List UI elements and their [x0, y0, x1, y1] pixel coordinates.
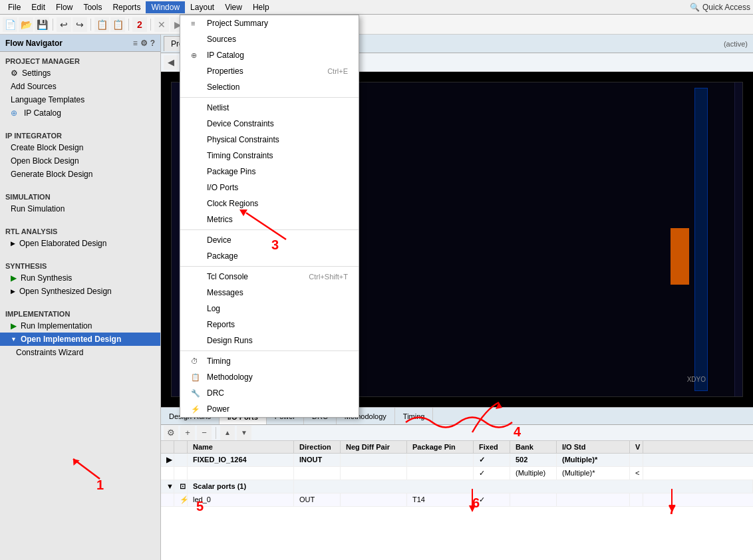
save-btn[interactable]: 💾	[35, 17, 49, 32]
menu-item-log[interactable]: Log	[180, 301, 359, 317]
menu-label-methodology: Methodology	[207, 372, 253, 382]
redo-btn[interactable]: ↪	[73, 17, 87, 32]
menu-edit[interactable]: Edit	[26, 1, 51, 13]
expand-impl-icon: ▼	[11, 336, 17, 343]
section-implementation: IMPLEMENTATION ▶ Run Implementation ▼ Op…	[0, 305, 160, 360]
device-label: XDYO	[687, 376, 706, 383]
fixed-io-fixed: ✓	[474, 454, 510, 466]
menu-item-package-pins[interactable]: Package Pins	[180, 164, 359, 180]
menu-item-reports[interactable]: Reports	[180, 317, 359, 333]
table-scroll-down[interactable]: ▼	[237, 426, 251, 440]
sidebar-item-open-implemented[interactable]: ▼ Open Implemented Design	[0, 333, 160, 346]
menu-label-project-summary: Project Summary	[207, 19, 268, 28]
th-icon	[174, 441, 188, 453]
sidebar-item-generate-block[interactable]: Generate Block Design	[0, 168, 160, 181]
open-btn[interactable]: 📂	[19, 17, 33, 32]
gear-icon: ⚙	[11, 69, 18, 78]
led0-dir: OUT	[294, 493, 341, 506]
menu-help[interactable]: Help	[247, 1, 275, 13]
menu-label-ip-catalog: IP Catalog	[207, 51, 244, 60]
sidebar-item-open-synthesized[interactable]: ▶ Open Synthesized Design	[0, 285, 160, 298]
tb-cut[interactable]: ✕	[154, 17, 169, 32]
menu-label-package: Package	[207, 251, 238, 261]
led0-iostd	[557, 493, 630, 506]
new-file-btn[interactable]: 📄	[3, 17, 17, 32]
paste-btn[interactable]: 📋	[110, 17, 125, 32]
menu-item-power[interactable]: ⚡ Power	[180, 401, 359, 417]
section-ip-integrator: IP INTEGRATOR Create Block Design Open B…	[0, 126, 160, 182]
undo-btn[interactable]: ↩	[57, 17, 71, 32]
table-row-fixed-io[interactable]: ▶ FIXED_IO_1264 INOUT ✓ 502 (Multiple)*	[161, 454, 753, 467]
menu-item-design-runs[interactable]: Design Runs	[180, 333, 359, 349]
sidebar-item-settings[interactable]: ⚙ Settings	[0, 67, 160, 80]
vt-back[interactable]: ◀	[164, 55, 178, 70]
status-active: (active)	[724, 40, 753, 48]
sidebar-item-open-block[interactable]: Open Block Design	[0, 154, 160, 168]
menu-window[interactable]: Window	[146, 1, 185, 13]
main-toolbar: 📄 📂 💾 ↩ ↪ 📋 📋 2 ✕ ▶ ⏸ ✕	[0, 15, 753, 35]
copy-btn[interactable]: 📋	[94, 17, 109, 32]
table-delete-btn[interactable]: −	[197, 426, 212, 440]
scalar-expand[interactable]: ▼	[161, 480, 174, 493]
btab-timing[interactable]: Timing	[395, 408, 434, 424]
menu-item-properties[interactable]: Properties Ctrl+E	[180, 63, 359, 79]
multi-expand[interactable]	[161, 467, 174, 480]
multi-iostd: (Multiple)*	[557, 467, 630, 480]
menu-item-device-constraints[interactable]: Device Constraints	[180, 116, 359, 132]
menu-label-package-pins: Package Pins	[207, 167, 255, 176]
table-add-btn[interactable]: +	[180, 426, 195, 440]
menu-item-methodology[interactable]: 📋 Methodology	[180, 369, 359, 385]
nav-help-icon[interactable]: ?	[150, 39, 155, 48]
sidebar-item-open-elaborated[interactable]: ▶ Open Elaborated Design	[0, 237, 160, 250]
menu-item-netlist[interactable]: Netlist	[180, 100, 359, 116]
menu-layout[interactable]: Layout	[185, 1, 220, 13]
menu-item-timing-const[interactable]: Timing Constraints	[180, 148, 359, 164]
sidebar-item-constraints-wizard[interactable]: Constraints Wizard	[0, 346, 160, 359]
menu-flow[interactable]: Flow	[51, 1, 78, 13]
menu-reports[interactable]: Reports	[107, 1, 146, 13]
th-name: Name	[188, 441, 294, 453]
sidebar-item-run-implementation[interactable]: ▶ Run Implementation	[0, 319, 160, 333]
sidebar-item-create-block[interactable]: Create Block Design	[0, 141, 160, 154]
window-dropdown-menu: ≡ Project Summary Sources ⊕ IP Catalog P…	[180, 15, 359, 418]
table-gear-btn[interactable]: ⚙	[164, 426, 178, 440]
menu-item-clock-regions[interactable]: Clock Regions	[180, 196, 359, 211]
th-v: V	[630, 441, 643, 453]
sidebar-item-add-sources[interactable]: Add Sources	[0, 80, 160, 93]
play-impl-icon: ▶	[11, 321, 17, 331]
menu-item-package[interactable]: Package	[180, 248, 359, 264]
table-row-scalar-header[interactable]: ▼ ⊡ Scalar ports (1)	[161, 480, 753, 493]
section-simulation: SIMULATION Run Simulation	[0, 188, 160, 217]
table-row-multiple[interactable]: ✓ (Multiple) (Multiple)* <	[161, 467, 753, 480]
fixed-io-expand[interactable]: ▶	[161, 454, 174, 466]
menu-item-ip-catalog[interactable]: ⊕ IP Catalog	[180, 47, 359, 63]
fixed-io-bank: 502	[510, 454, 557, 466]
menu-item-drc[interactable]: 🔧 DRC	[180, 385, 359, 401]
menu-label-device-const: Device Constraints	[207, 119, 274, 128]
menu-label-timing: Timing	[207, 356, 231, 366]
sidebar-item-ip-catalog[interactable]: ⊕ IP Catalog	[0, 106, 160, 120]
menu-item-device[interactable]: Device	[180, 232, 359, 248]
menu-item-sources[interactable]: Sources	[180, 31, 359, 47]
table-row-led0[interactable]: ⚡ led_0 OUT T14 ✓	[161, 493, 753, 507]
tb-sep-1	[53, 19, 53, 31]
menu-tools[interactable]: Tools	[78, 1, 107, 13]
menu-view[interactable]: View	[220, 1, 247, 13]
menu-item-project-summary[interactable]: ≡ Project Summary	[180, 15, 359, 31]
menu-item-tcl-console[interactable]: Tcl Console Ctrl+Shift+T	[180, 269, 359, 285]
menu-item-io-ports[interactable]: I/O Ports	[180, 180, 359, 196]
sidebar-item-language-templates[interactable]: Language Templates	[0, 93, 160, 106]
num2-btn[interactable]: 2	[132, 17, 147, 32]
menu-item-timing[interactable]: ⏱ Timing	[180, 353, 359, 369]
menu-item-selection[interactable]: Selection	[180, 79, 359, 95]
table-scroll-up[interactable]: ▲	[220, 426, 235, 440]
flow-nav-title: Flow Navigator	[5, 39, 63, 48]
nav-settings-icon[interactable]: ⚙	[140, 39, 148, 48]
nav-minimize-icon[interactable]: ≡	[133, 39, 138, 48]
menu-item-physical-const[interactable]: Physical Constraints	[180, 132, 359, 148]
sidebar-item-run-simulation[interactable]: Run Simulation	[0, 202, 160, 215]
sidebar-item-run-synthesis[interactable]: ▶ Run Synthesis	[0, 271, 160, 285]
menu-item-metrics[interactable]: Metrics	[180, 211, 359, 227]
menu-file[interactable]: File	[3, 1, 26, 13]
menu-item-messages[interactable]: Messages	[180, 285, 359, 301]
